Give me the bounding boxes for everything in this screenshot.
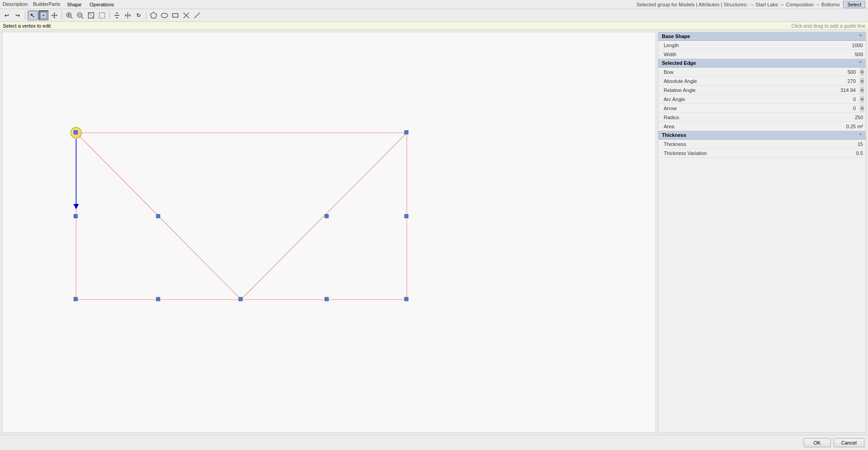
absolute-angle-label: Absolute Angle [658,78,804,84]
svg-marker-17 [150,12,157,18]
zoom-in-button[interactable] [64,10,74,20]
thickness-variation-row: Thickness Variation 0.5 [658,149,866,158]
mirror-button[interactable] [123,10,133,20]
menu-shape[interactable]: Shape [66,1,83,8]
width-value[interactable]: 500 [811,52,866,57]
svg-marker-2 [53,12,55,14]
cursor-tool-button[interactable]: ↖ [28,10,38,20]
svg-rect-30 [74,214,77,218]
svg-rect-37 [325,297,328,301]
thickness-label: Thickness [658,141,811,147]
base-shape-title: Base Shape [662,34,690,39]
selected-edge-collapse-icon: ⌃ [858,61,862,66]
width-row: Width 500 [658,50,866,59]
selected-edge-header[interactable]: Selected Edge ⌃ [658,59,866,68]
canvas-svg [2,32,656,432]
select-button[interactable]: Select [843,1,865,8]
radius-row: Radius 250 [658,113,866,122]
arrow-value[interactable]: 0 [804,106,858,111]
radius-value[interactable]: 250 [811,115,866,120]
separator1 [25,11,25,19]
thickness-header[interactable]: Thickness ⌃ [658,131,866,140]
ellipse-tool-button[interactable] [159,10,169,20]
svg-rect-35 [156,297,160,301]
separator3 [109,11,110,19]
bow-scrollbar[interactable] [858,68,866,76]
ok-button[interactable]: OK [804,438,831,447]
svg-rect-40 [861,71,863,73]
zoom-fit-button[interactable] [86,10,96,20]
svg-rect-42 [861,80,863,82]
redo-button[interactable]: ↪ [13,10,23,20]
svg-rect-28 [74,131,77,134]
area-value[interactable]: 0.25 m² [811,124,866,129]
status-hint: Select a vertex to edit [3,23,51,29]
arc-angle-label: Arc Angle [658,97,804,102]
radius-label: Radius [658,115,811,120]
relative-angle-value[interactable]: 314.94 [804,87,858,93]
selected-edge-section: Selected Edge ⌃ Bow 500 Absolute Angle 2… [658,59,866,131]
thickness-title: Thickness [662,132,686,138]
thickness-row: Thickness 15 [658,140,866,149]
svg-rect-19 [173,14,178,17]
bottom-bar: OK Cancel [0,435,868,450]
breadcrumb: Selected group for Models | Attributes |… [637,2,839,7]
svg-rect-44 [861,89,863,92]
select-vertex-button[interactable] [39,10,48,20]
canvas-area[interactable] [2,32,656,433]
arc-angle-scrollbar[interactable] [858,96,866,103]
svg-line-23 [241,133,407,300]
base-shape-header[interactable]: Base Shape ⌃ [658,32,866,41]
area-label: Area [658,124,811,129]
thickness-value[interactable]: 15 [811,141,866,147]
move-button[interactable] [49,10,59,20]
cancel-button[interactable]: Cancel [834,438,864,447]
svg-line-12 [82,17,83,19]
svg-rect-48 [861,107,863,110]
svg-rect-33 [405,214,408,218]
svg-rect-38 [405,297,408,301]
thickness-section: Thickness ⌃ Thickness 15 Thickness Varia… [658,131,866,158]
zoom-window-button[interactable] [97,10,107,20]
separator4 [146,11,146,19]
bow-value[interactable]: 500 [804,69,858,75]
guide-hint: Click and drag to add a guide line [791,23,865,29]
length-row: Length 1000 [658,41,866,50]
cut-tool-button[interactable] [181,10,191,20]
svg-line-14 [88,13,94,18]
separator2 [62,11,62,19]
zoom-out-button[interactable] [75,10,85,20]
arrow-scrollbar[interactable] [858,105,866,112]
svg-line-9 [71,17,72,19]
svg-rect-31 [156,214,160,218]
pan-button[interactable] [112,10,122,20]
absolute-angle-scrollbar[interactable] [858,77,866,85]
relative-angle-scrollbar[interactable] [858,87,866,94]
svg-marker-5 [56,15,58,16]
thickness-variation-value[interactable]: 0.5 [811,150,866,156]
right-panel: Base Shape ⌃ Length 1000 Width 500 Selec… [658,32,866,433]
absolute-angle-value[interactable]: 270 [804,78,858,84]
length-label: Length [658,43,811,48]
svg-rect-1 [43,15,44,16]
relative-angle-label: Relative Angle [658,87,804,93]
app-title: BuilderParts [33,1,60,8]
svg-marker-4 [51,15,53,16]
arrow-row: Arrow 0 [658,104,866,113]
width-label: Width [658,52,811,57]
svg-rect-21 [76,133,407,300]
polygon-tool-button[interactable] [149,10,159,20]
arc-angle-value[interactable]: 0 [804,97,858,102]
relative-angle-row: Relative Angle 314.94 [658,86,866,95]
svg-rect-29 [405,131,408,134]
description-label: Description [3,1,28,8]
undo-button[interactable]: ↩ [2,10,12,20]
rotate-button[interactable]: ↻ [134,10,144,20]
length-value[interactable]: 1000 [811,43,866,48]
menu-operations[interactable]: Operations [88,1,116,8]
line-tool-button[interactable] [192,10,202,20]
area-row: Area 0.25 m² [658,122,866,131]
rect-tool-button[interactable] [170,10,180,20]
thickness-variation-label: Thickness Variation [658,150,811,156]
selected-edge-title: Selected Edge [662,60,696,66]
